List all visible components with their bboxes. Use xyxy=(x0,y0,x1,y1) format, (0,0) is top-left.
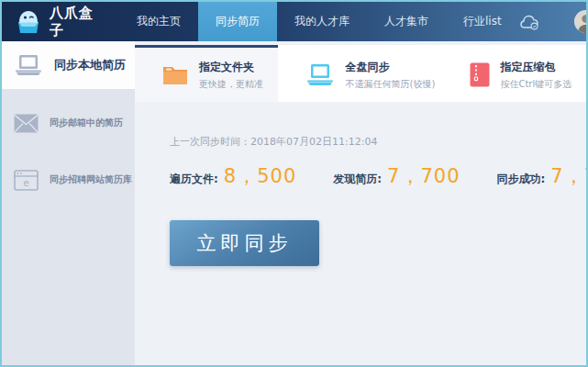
sync-mode-tabs: 指定文件夹 更快捷，更精准 全盘同步 xyxy=(135,45,586,102)
nav-item-industry-list[interactable]: 行业list xyxy=(446,2,519,41)
laptop-icon xyxy=(305,62,336,87)
tab-subtitle: 按住Ctrl键可多选 xyxy=(500,78,571,91)
last-sync-time: 上一次同步时间：2018年07月02日11:12:04 xyxy=(170,135,586,149)
nav-item-talent-market[interactable]: 人才集市 xyxy=(367,2,446,41)
stat-sync-success: 同步成功: 7，700 xyxy=(497,163,588,189)
envelope-icon xyxy=(14,114,39,133)
tab-specify-archive[interactable]: 指定压缩包 按住Ctrl键可多选 xyxy=(435,45,586,102)
tab-title: 全盘同步 xyxy=(346,60,436,75)
stat-value: 8，500 xyxy=(224,163,296,189)
stat-label: 遍历文件: xyxy=(170,172,218,187)
octopus-logo-icon xyxy=(15,9,42,35)
nav-item-home[interactable]: 我的主页 xyxy=(119,2,198,41)
stat-resumes-found: 发现简历: 7，700 xyxy=(333,163,460,189)
tab-subtitle: 不遗漏任何简历(较慢) xyxy=(346,78,436,91)
svg-text:e: e xyxy=(23,178,28,188)
sync-now-button[interactable]: 立即同步 xyxy=(170,220,319,266)
navbar-right: Mewao ∨ xyxy=(519,2,588,41)
nav-item-sync-resume[interactable]: 同步简历 xyxy=(198,2,277,41)
tab-subtitle: 更快捷，更精准 xyxy=(199,78,263,91)
nav-item-talent-pool[interactable]: 我的人才库 xyxy=(277,2,367,41)
zip-icon xyxy=(470,62,490,87)
sync-content: 上一次同步时间：2018年07月02日11:12:04 遍历文件: 8，500 … xyxy=(135,102,586,365)
sidebar-item-label: 同步邮箱中的简历 xyxy=(50,117,123,129)
laptop-icon xyxy=(14,53,43,77)
stat-label: 发现简历: xyxy=(333,172,382,187)
folder-icon xyxy=(161,63,189,86)
tab-title: 指定文件夹 xyxy=(199,60,263,75)
sidebar-item-sync-email[interactable]: 同步邮箱中的简历 xyxy=(2,100,135,146)
tab-specify-folder[interactable]: 指定文件夹 更快捷，更精准 xyxy=(135,45,278,102)
stat-files-scanned: 遍历文件: 8，500 xyxy=(170,163,296,189)
sync-stats: 遍历文件: 8，500 发现简历: 7，700 同步成功: 7，700 xyxy=(170,163,586,189)
sidebar-item-label: 同步招聘网站简历库 xyxy=(50,173,132,186)
sidebar-item-label: 同步本地简历 xyxy=(54,57,126,73)
browser-icon: e xyxy=(14,170,39,191)
left-sidebar: 同步本地简历 同步邮箱中的简历 xyxy=(2,41,135,365)
tab-title: 指定压缩包 xyxy=(500,60,571,75)
stat-value: 7，700 xyxy=(550,163,588,189)
stat-label: 同步成功: xyxy=(497,172,546,187)
main-nav: 我的主页 同步简历 我的人才库 人才集市 行业list xyxy=(119,2,519,41)
brand-logo[interactable]: 八爪盒子 xyxy=(2,2,119,41)
user-avatar[interactable] xyxy=(574,10,588,33)
stat-value: 7，700 xyxy=(387,163,460,189)
app-window: 八爪盒子 我的主页 同步简历 我的人才库 人才集市 行业list xyxy=(0,0,588,367)
cloud-sync-icon[interactable] xyxy=(519,13,541,31)
main-panel: 指定文件夹 更快捷，更精准 全盘同步 xyxy=(135,41,586,365)
tab-full-scan[interactable]: 全盘同步 不遗漏任何简历(较慢) xyxy=(278,45,436,102)
brand-name: 八爪盒子 xyxy=(50,5,106,39)
top-navbar: 八爪盒子 我的主页 同步简历 我的人才库 人才集市 行业list xyxy=(2,2,586,41)
sidebar-item-sync-jobsite[interactable]: e 同步招聘网站简历库 xyxy=(2,157,135,203)
sidebar-item-sync-local[interactable]: 同步本地简历 xyxy=(2,41,135,89)
